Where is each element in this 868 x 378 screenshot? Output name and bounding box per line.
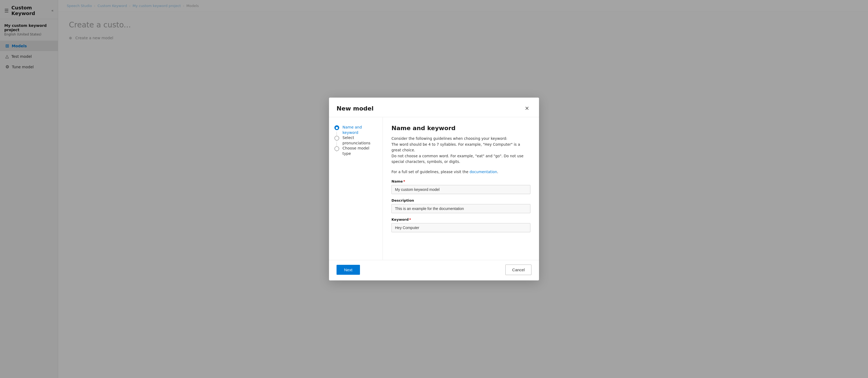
dialog-header: New model ✕ <box>329 98 539 117</box>
steps-panel: ● Name and keyword Select pronunciations… <box>329 117 383 260</box>
name-form-group: Name* <box>392 179 530 194</box>
step-label-3: Choose model type <box>342 146 377 156</box>
name-input[interactable] <box>392 185 530 194</box>
dialog-footer: Next Cancel <box>329 260 539 280</box>
name-label: Name* <box>392 179 530 183</box>
content-title: Name and keyword <box>392 125 530 132</box>
step-select-pronunciations[interactable]: Select pronunciations <box>334 135 377 146</box>
step-circle-2 <box>334 136 339 141</box>
keyword-input[interactable] <box>392 223 530 232</box>
step-circle-1: ● <box>334 125 339 130</box>
step-choose-model-type[interactable]: Choose model type <box>334 146 377 156</box>
description-input[interactable] <box>392 204 530 213</box>
step-label-1: Name and keyword <box>342 125 377 135</box>
cancel-button[interactable]: Cancel <box>505 265 531 275</box>
description-form-group: Description <box>392 198 530 213</box>
description-label: Description <box>392 198 530 202</box>
name-required-star: * <box>403 179 405 183</box>
guidelines-text: Consider the following guidelines when c… <box>392 136 530 165</box>
documentation-link[interactable]: documentation <box>469 170 497 174</box>
guidelines-doc-line: For a full set of guidelines, please vis… <box>392 169 530 175</box>
step-name-and-keyword[interactable]: ● Name and keyword <box>334 125 377 135</box>
guideline-line4-prefix: For a full set of guidelines, please vis… <box>392 170 469 174</box>
keyword-form-group: Keyword* <box>392 217 530 232</box>
new-model-dialog: New model ✕ ● Name and keyword Select pr… <box>329 98 539 280</box>
guideline-line1: Consider the following guidelines when c… <box>392 136 507 141</box>
guideline-line3: Do not choose a common word. For example… <box>392 154 523 164</box>
close-button[interactable]: ✕ <box>523 104 531 113</box>
dialog-body: ● Name and keyword Select pronunciations… <box>329 117 539 260</box>
dialog-title: New model <box>337 105 374 112</box>
keyword-required-star: * <box>409 217 411 221</box>
modal-overlay: New model ✕ ● Name and keyword Select pr… <box>0 0 868 378</box>
guideline-line2: The word should be 4 to 7 syllables. For… <box>392 142 520 152</box>
guideline-line4-suffix: . <box>497 170 498 174</box>
step-label-2: Select pronunciations <box>342 135 377 146</box>
next-button[interactable]: Next <box>337 265 360 275</box>
keyword-label: Keyword* <box>392 217 530 221</box>
content-panel: Name and keyword Consider the following … <box>383 117 539 260</box>
step-circle-3 <box>334 146 339 151</box>
